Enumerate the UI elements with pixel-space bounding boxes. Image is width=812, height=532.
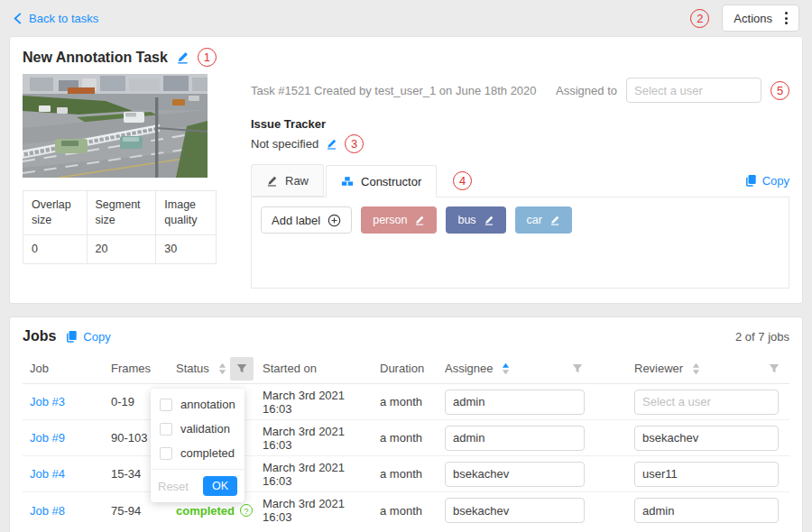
job-reviewer-select[interactable]	[634, 498, 779, 523]
actions-button-label: Actions	[734, 12, 772, 25]
filter-funnel-icon	[769, 363, 780, 374]
jobs-table-header-row: Job Frames Status Started on Duration	[23, 353, 789, 384]
task-right-column: Task #1521 Created by test_user_1 on Jun…	[251, 74, 789, 289]
filter-ok-button[interactable]: OK	[203, 476, 237, 496]
add-label-label: Add label	[272, 214, 320, 227]
assigned-to-group: Assigned to 5	[556, 78, 789, 103]
edit-icon[interactable]	[414, 215, 425, 225]
task-assignee-select[interactable]	[626, 78, 761, 103]
column-started-on[interactable]: Started on	[255, 362, 373, 375]
filter-option-label: completed	[180, 446, 235, 460]
label-chip-person-name: person	[373, 214, 407, 226]
back-link-label: Back to tasks	[29, 12, 98, 25]
status-filter-icon[interactable]	[230, 357, 254, 381]
filter-option-validation[interactable]: validation	[151, 417, 245, 441]
back-to-tasks-link[interactable]: Back to tasks	[13, 12, 98, 25]
job-status: completed	[176, 504, 235, 518]
task-parameters-table: Overlap size Segment size Image quality …	[23, 190, 217, 264]
task-body: Overlap size Segment size Image quality …	[23, 74, 789, 289]
checkbox-unchecked[interactable]	[160, 447, 172, 460]
sort-icons[interactable]	[218, 362, 226, 375]
job-duration: a month	[373, 431, 438, 445]
filter-option-completed[interactable]: completed	[151, 441, 245, 465]
job-reviewer-select[interactable]	[634, 462, 779, 487]
column-job[interactable]: Job	[23, 362, 104, 375]
job-link[interactable]: Job #9	[30, 431, 65, 445]
chevron-left-icon	[13, 13, 23, 24]
filter-option-annotation[interactable]: annotation	[151, 392, 245, 417]
jobs-card: Jobs Copy 2 of 7 jobs Job Frames Status	[9, 316, 803, 532]
filter-reset-button[interactable]: Reset	[158, 480, 189, 493]
job-link[interactable]: Job #3	[30, 395, 65, 408]
job-started-on: March 3rd 2021 16:03	[255, 425, 373, 452]
job-link[interactable]: Job #4	[30, 467, 65, 481]
labels-copy-button[interactable]: Copy	[744, 174, 789, 188]
checkbox-unchecked[interactable]	[160, 423, 172, 436]
filter-option-label: validation	[180, 422, 230, 436]
jobs-title: Jobs	[23, 328, 56, 344]
filter-funnel-icon	[236, 363, 247, 374]
edit-task-name-button[interactable]	[176, 50, 189, 64]
job-duration: a month	[373, 395, 438, 408]
sort-icons[interactable]	[692, 362, 700, 375]
job-started-on: March 3rd 2021 16:03	[255, 497, 373, 524]
status-filter-dropdown: annotation validation completed Reset OK	[151, 389, 245, 502]
label-chip-car[interactable]: car	[515, 206, 572, 234]
tab-constructor-label: Constructor	[361, 175, 421, 188]
params-header-row: Overlap size Segment size Image quality	[23, 191, 217, 235]
caret-down-icon	[218, 369, 226, 375]
callout-5: 5	[770, 81, 789, 100]
task-details-page: Back to tasks 2 Actions New Annotation T…	[0, 0, 812, 532]
job-assignee-select[interactable]	[445, 390, 585, 415]
jobs-copy-label: Copy	[83, 330, 110, 344]
edit-icon[interactable]	[484, 215, 494, 225]
column-status[interactable]: Status	[169, 362, 228, 375]
task-title: New Annotation Task	[23, 50, 168, 66]
caret-up-icon	[502, 362, 510, 369]
copy-icon	[65, 330, 78, 343]
task-details-card: New Annotation Task 1	[9, 36, 803, 304]
column-assignee[interactable]: Assignee	[438, 357, 627, 381]
job-reviewer-select[interactable]	[634, 390, 779, 415]
top-bar: Back to tasks 2 Actions	[0, 0, 812, 36]
column-assignee-label: Assignee	[445, 362, 493, 375]
column-reviewer[interactable]: Reviewer	[627, 357, 789, 381]
task-meta-text: Task #1521 Created by test_user_1 on Jun…	[251, 84, 537, 97]
checkbox-unchecked[interactable]	[160, 399, 172, 411]
tab-raw-label: Raw	[285, 174, 309, 188]
reviewer-filter-icon[interactable]	[762, 357, 786, 381]
status-filter-cell	[228, 357, 255, 381]
block-icon	[341, 175, 354, 188]
edit-icon[interactable]	[549, 215, 560, 225]
param-header-segment: Segment size	[87, 191, 156, 235]
question-circle-icon[interactable]: ?	[240, 504, 253, 517]
column-frames[interactable]: Frames	[104, 362, 169, 375]
more-vertical-icon[interactable]	[785, 12, 788, 24]
job-duration: a month	[373, 467, 438, 481]
label-chip-person[interactable]: person	[361, 206, 437, 234]
plus-circle-icon	[328, 214, 341, 227]
job-assignee-select[interactable]	[445, 498, 585, 523]
tab-constructor[interactable]: Constructor	[326, 165, 437, 197]
jobs-count: 2 of 7 jobs	[735, 330, 789, 344]
job-assignee-select[interactable]	[445, 462, 585, 487]
copy-icon	[744, 174, 757, 187]
param-value-segment: 20	[87, 234, 156, 263]
column-duration[interactable]: Duration	[373, 362, 438, 375]
assignee-filter-icon[interactable]	[566, 357, 589, 381]
job-duration: a month	[373, 504, 438, 518]
assigned-to-label: Assigned to	[556, 84, 617, 97]
job-link[interactable]: Job #8	[30, 504, 65, 518]
sort-icons-ascending[interactable]	[502, 362, 510, 375]
label-chip-bus[interactable]: bus	[446, 206, 505, 234]
edit-issue-tracker-button[interactable]	[326, 138, 337, 150]
jobs-copy-button[interactable]: Copy	[65, 330, 110, 344]
param-value-overlap: 0	[23, 234, 88, 263]
callout-2: 2	[690, 9, 709, 28]
jobs-table: Job Frames Status Started on Duration	[23, 353, 789, 528]
job-assignee-select[interactable]	[445, 426, 585, 451]
add-label-button[interactable]: Add label	[261, 206, 352, 234]
tab-raw[interactable]: Raw	[251, 164, 324, 197]
actions-button[interactable]: Actions	[722, 5, 799, 32]
job-reviewer-select[interactable]	[634, 426, 779, 451]
